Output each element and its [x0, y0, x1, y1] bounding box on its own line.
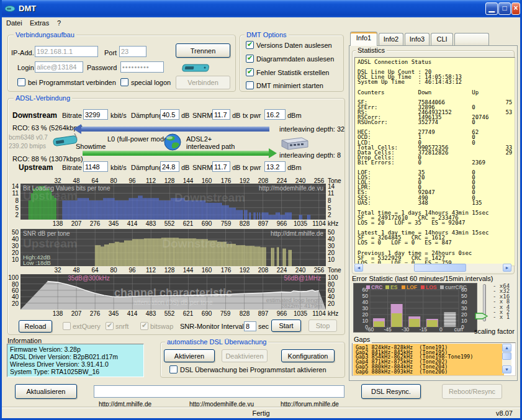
snr-interval-label: SNR-Monitor Interval: [180, 323, 246, 330]
tab-info2[interactable]: Info2 [379, 33, 403, 46]
axis-tick-label: kHz [328, 310, 346, 317]
dsl-resync-button[interactable]: DSL Resync. [361, 384, 421, 399]
tab-info3[interactable]: Info3 [405, 33, 430, 46]
ds-bitrate-input[interactable] [83, 109, 108, 120]
scroll-thumb[interactable] [502, 352, 511, 360]
scroll-up-icon[interactable]: ▲ [502, 344, 511, 352]
power-mode-label: L0 (full-power mode) [107, 135, 170, 143]
axis-tick-label: 207 [66, 220, 87, 227]
link-modemhilfe[interactable]: http://modemhilfe.de.vu [189, 401, 254, 408]
opt-diagramm-label: Diagrammdaten auslesen [256, 55, 334, 63]
port-input[interactable] [119, 46, 146, 57]
svg-text:10: 10 [362, 318, 369, 324]
reload-button[interactable]: Reload [19, 320, 52, 333]
axis-tick-label: 80 [328, 281, 341, 288]
maximize-button[interactable]: □ [498, 2, 511, 15]
tab-blank[interactable] [454, 33, 489, 46]
start-button[interactable]: Start [271, 319, 301, 332]
axis-tick-label: 240 [290, 267, 311, 274]
login-label: Login [17, 64, 34, 71]
autostart-checkbox[interactable] [17, 78, 25, 86]
svg-text:Low :18dB: Low :18dB [23, 259, 51, 266]
stop-button[interactable]: Stop [308, 319, 337, 332]
axis-tick-label: 20 [328, 300, 341, 307]
scaling-factor-slider: - x64- x32- x16- x 8- x 4- x 2- x 1scali… [473, 282, 519, 337]
menu-extras[interactable]: Extras [30, 19, 49, 27]
snrft-checkbox[interactable] [106, 322, 114, 330]
axis-tick-label: 552 [159, 310, 180, 317]
opt-versions-checkbox[interactable] [246, 41, 254, 49]
connect-button[interactable]: Verbinden [176, 76, 230, 89]
axis-tick-label: 414 [122, 310, 143, 317]
us-snrm-input[interactable] [212, 161, 230, 172]
ds-snrm-label: SNRM [192, 112, 212, 119]
deactivate-button[interactable]: Deaktivieren [222, 349, 268, 362]
login-input[interactable] [35, 61, 83, 73]
chipset-label: bcm6348 v0.7 [9, 134, 48, 141]
refresh-button[interactable]: Aktualisieren [15, 384, 77, 399]
statistics-text[interactable]: ADSL Connection Status DSL Line Up Count… [354, 57, 515, 266]
us-att-label: Dämpfung [131, 164, 163, 171]
svg-text:http://modemhilfe.de.vu: http://modemhilfe.de.vu [259, 185, 323, 192]
scroll-right-icon[interactable]: ► [503, 264, 511, 272]
reboot-resync-button[interactable]: Reboot/Resync [442, 384, 502, 399]
password-input[interactable] [120, 61, 164, 73]
downstream-arrow [81, 127, 269, 132]
axis-tick-label: 966 [271, 220, 292, 227]
ds-snrm-input[interactable] [212, 109, 230, 120]
link-dmt-mhilfe[interactable]: http://dmt.mhilfe.de [99, 401, 151, 408]
ds-txpwr-input[interactable] [264, 109, 286, 120]
tab-info1[interactable]: Info1 [350, 32, 377, 46]
us-bitrate-input[interactable] [83, 161, 108, 172]
title-bar[interactable]: DMT ▁ □ × [0, 0, 522, 17]
configuration-button[interactable]: Konfiguration [281, 349, 335, 362]
special-logon-checkbox[interactable] [120, 78, 128, 86]
opt-diagramm-checkbox[interactable] [246, 55, 254, 63]
svg-text:10: 10 [461, 318, 467, 324]
svg-text:20: 20 [362, 311, 369, 318]
close-button[interactable]: × [511, 2, 520, 15]
us-txpwr-label: tx pwr [243, 164, 261, 171]
scroll-thumb[interactable] [414, 264, 466, 272]
connection-group-title: Verbindungsaufbau [14, 31, 76, 38]
scroll-down-icon[interactable]: ▼ [502, 365, 511, 373]
axis-tick-label: 276 [84, 310, 106, 317]
link-forum-mhilfe[interactable]: http://forum.mhilfe.de [281, 401, 339, 408]
bitswap-label: bitswap [150, 323, 173, 330]
disconnect-button[interactable]: Trennen [176, 43, 230, 58]
svg-text:40: 40 [461, 299, 467, 305]
gaps-list[interactable]: Gap1 824kHz-828kHz (Tone191) Gap2 841kHz… [353, 344, 504, 375]
axis-tick-label: 40 [328, 293, 341, 300]
extquery-checkbox[interactable] [63, 322, 71, 330]
snr-interval-input[interactable] [244, 321, 256, 331]
axis-tick-label: 14 [6, 183, 19, 190]
dmt-app-window: DMT ▁ □ × Datei Extras ? Verbindungsaufb… [0, 0, 522, 420]
tab-cli[interactable]: CLI [431, 33, 453, 46]
error-statistic-title: Error Statistic (last 60 minutes/15min.i… [352, 275, 493, 282]
ip-input[interactable] [35, 46, 98, 57]
bitloading-chart: 3248648096112128144160176192208224240256… [9, 177, 344, 228]
us-att-input[interactable] [160, 161, 179, 172]
monitoring-autostart-checkbox[interactable] [169, 365, 178, 373]
menu-help[interactable]: ? [57, 19, 61, 27]
statistics-hscrollbar[interactable]: ◄ ► [354, 264, 511, 272]
svg-text:30: 30 [362, 305, 369, 311]
opt-minimiert-checkbox[interactable] [246, 81, 254, 89]
bitswap-checkbox[interactable] [140, 322, 148, 330]
axis-tick-label: 483 [140, 220, 161, 227]
scroll-left-icon[interactable]: ◄ [354, 264, 363, 272]
activate-button[interactable]: Aktivieren [164, 349, 215, 362]
axis-tick-label: 192 [234, 267, 255, 274]
us-txpwr-unit: dBm [287, 164, 302, 171]
slider-arrow-icon[interactable] [474, 312, 490, 320]
gaps-vscrollbar[interactable]: ▲ ▼ [502, 344, 511, 373]
axis-tick-label: 20 [6, 249, 19, 256]
us-txpwr-input[interactable] [264, 161, 286, 172]
bmips-label: 239.20 bmips [9, 143, 46, 150]
axis-tick-label: 224 [271, 267, 292, 274]
ds-att-input[interactable] [160, 109, 179, 120]
opt-fehler-checkbox[interactable] [246, 68, 254, 76]
minimize-button[interactable]: ▁ [485, 2, 498, 15]
menu-datei[interactable]: Datei [6, 19, 22, 27]
axis-tick-label: 40 [6, 293, 19, 300]
